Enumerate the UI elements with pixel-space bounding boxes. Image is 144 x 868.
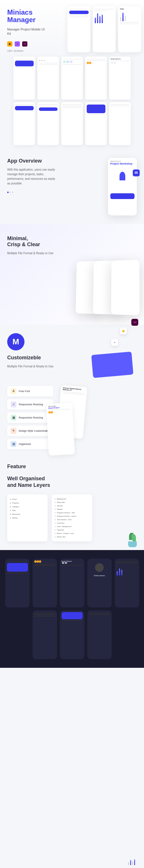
font-icon: A <box>11 388 17 394</box>
layer-row: □ Tab Bar <box>55 504 89 507</box>
customizable-description: Multiple File Format & Ready to Use <box>7 364 59 369</box>
layers-panel-1: ▸ Home ▸ Progress ▸ Category ▸ Task ▸ Re… <box>7 494 48 541</box>
phone-mockup <box>109 102 131 145</box>
resize-icon: ▦ <box>11 415 17 421</box>
feature-section-title: Feature <box>0 464 144 470</box>
app-overview-section: App Overview With this application, user… <box>0 149 144 224</box>
layer-row: □ Calendar <box>55 528 89 532</box>
xd-icon: Xd <box>131 319 138 326</box>
dark-phone-mockup: Christie Johnston <box>87 559 112 608</box>
features-section: AFree Font ⤢Responsive Resizing ▦Respons… <box>0 377 144 458</box>
dark-phone-mockup <box>32 610 57 659</box>
layer-row: □ Progress Section - Action <box>55 515 89 518</box>
figma-icon: ▪ <box>15 41 20 46</box>
organized-icon: ▤ <box>11 441 17 447</box>
feature-label: Free Font <box>19 390 30 393</box>
feature-label: Responsive Resizing <box>19 403 43 406</box>
layer-row: ▸ Task <box>10 508 45 512</box>
layer-row: □ Progress Section - Title <box>55 511 89 515</box>
profile-name-label: Christie Johnston <box>89 575 110 577</box>
dark-mode-section: Design Element Christie Johnston <box>0 550 144 668</box>
overview-description: With this application, users can easily … <box>7 167 59 186</box>
phone-mockup: Tell Us More About Project <box>46 402 75 455</box>
dark-phone-mockup <box>87 610 112 659</box>
minimal-description: Multiple File Format & Ready to Use <box>7 251 59 256</box>
phone-mockup <box>85 102 107 145</box>
feature-item: ▦Responsive Resizing <box>7 412 53 423</box>
perspective-phones <box>13 260 140 315</box>
figma-icon: ▪ <box>111 339 118 346</box>
dark-phone-mockup: Design Element <box>60 559 85 608</box>
feature-label: Design Style Customizable <box>19 429 50 432</box>
overview-phone-mockup: Welcome to Project Workshop 05 <box>108 158 137 215</box>
design-element-label: Design Element <box>62 560 83 562</box>
layer-row: □ Header <box>55 507 89 511</box>
brand-logo: M <box>7 333 24 350</box>
phone-mockup <box>14 102 35 145</box>
layer-row: □ Background <box>55 497 89 501</box>
layer-row: □ Button Text <box>55 535 89 538</box>
feature-item: ✎Design Style Customizable <box>7 426 53 436</box>
xd-icon: Xd <box>22 41 27 46</box>
resize-icon: ⤢ <box>11 402 17 407</box>
layers-panel-2: □ Background □ Status Bar □ Tab Bar □ He… <box>52 494 92 541</box>
layer-row: □ Card - Background <box>55 525 89 528</box>
feature-item: ▤Organized <box>7 439 53 449</box>
feature-label: Responsive Resizing <box>19 416 43 419</box>
customizable-section: ◆ Xd ▪ M Customizeble Multiple File Form… <box>0 324 144 377</box>
layer-row: ▸ Resources <box>10 512 45 516</box>
sketch-icon: ◆ <box>7 41 13 46</box>
person-illustration <box>114 167 131 185</box>
phone-mockup <box>38 102 59 145</box>
minimal-section: Minimal,Crisp & Clear Multiple File Form… <box>0 224 144 324</box>
dark-phone-mockup <box>60 610 85 659</box>
sketch-icon: ◆ <box>120 328 127 334</box>
style-icon: ✎ <box>11 428 17 434</box>
phone-mockup: ●●● <box>61 57 83 100</box>
phone-mockup <box>67 6 91 52</box>
layer-row: ▸ Home <box>10 497 45 501</box>
layer-row: □ Card Item <box>55 521 89 525</box>
organized-layers-panels: ▸ Home ▸ Progress ▸ Category ▸ Task ▸ Re… <box>0 494 144 550</box>
dark-phone-mockup <box>5 559 30 608</box>
minimal-title: Minimal,Crisp & Clear <box>7 236 137 248</box>
layer-row: ▸ Setting <box>10 516 45 520</box>
phone-mockup: Design Element <box>109 57 131 100</box>
dark-phone-mockup <box>32 559 57 608</box>
workshop-title: Project Workshop <box>110 162 135 165</box>
feature-item: AFree Font <box>7 386 53 396</box>
layer-row: □ Status Bar <box>55 501 89 504</box>
phone-mockup <box>85 57 107 100</box>
layer-row: □ Button - Project + Icon <box>55 532 89 535</box>
feature-list: AFree Font ⤢Responsive Resizing ▦Respons… <box>7 386 53 449</box>
layer-row: ▸ Progress <box>10 501 45 505</box>
phone-mockup: Today <box>118 6 141 52</box>
phone-mockup <box>111 260 140 315</box>
layers-section-title: Well Organisedand Name Leyers <box>0 470 144 495</box>
phone-mockup <box>14 57 35 100</box>
phone-mockup <box>38 57 59 100</box>
feature-label: Organized <box>19 443 31 445</box>
date-badge: 05 <box>133 169 140 176</box>
dark-phone-mockup <box>115 559 139 608</box>
layers-panel-illustration <box>91 351 133 378</box>
layer-row: □ Task Section - Item <box>55 518 89 521</box>
logo-letter: M <box>13 337 19 346</box>
phone-mockup <box>93 6 116 52</box>
phone-mockup <box>61 102 83 145</box>
phone-mockup-grid: ●●● Design Element <box>0 52 144 149</box>
welcome-label: Welcome to <box>110 160 135 162</box>
overview-title: App Overview <box>7 158 102 164</box>
plant-decoration <box>127 533 138 547</box>
layer-row: ▸ Category <box>10 505 45 508</box>
